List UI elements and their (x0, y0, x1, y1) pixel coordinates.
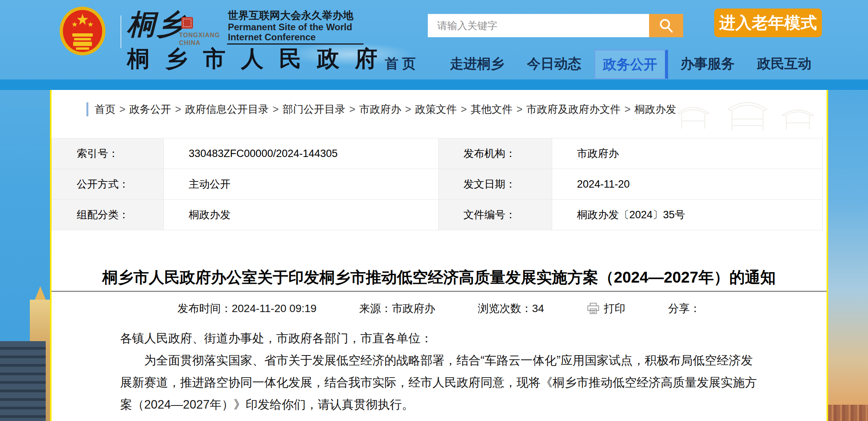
breadcrumb-separator: > (624, 104, 630, 116)
share-label: 分享： (668, 301, 701, 316)
nav-item-today-news[interactable]: 今日动态 (527, 50, 581, 78)
article-body: 各镇人民政府、街道办事处，市政府各部门，市直各单位： 为全面贯彻落实国家、省市关… (120, 327, 763, 416)
publish-time: 发布时间： 2024-11-20 09:19 (177, 301, 317, 316)
breadcrumb-policy-docs[interactable]: 政策文件 (415, 102, 457, 116)
national-emblem-logo (59, 6, 106, 56)
seal-caption-tongxiang: TONGXIANG (179, 32, 220, 39)
breadcrumb-tongzhengbanfa[interactable]: 桐政办发 (634, 102, 676, 116)
slogan-chinese: 世界互联网大会永久举办地 (228, 9, 353, 22)
breadcrumb-info-catalog[interactable]: 政府信息公开目录 (185, 102, 269, 116)
info-label-category: 组配分类： (52, 200, 164, 230)
table-row: 公开方式： 主动公开 发文日期： 2024-11-20 (52, 169, 823, 200)
city-skyline (828, 405, 868, 421)
header-bottom-band (0, 79, 868, 90)
nav-item-government-affairs[interactable]: 政务公开 (594, 50, 668, 79)
source-value: 市政府办 (392, 301, 435, 316)
title-divider (52, 291, 827, 292)
body-paragraph: 为全面贯彻落实国家、省市关于发展低空经济的战略部署，结合“车路云一体化”应用国家… (120, 349, 763, 416)
publish-time-value: 2024-11-20 09:19 (232, 302, 317, 315)
nav-item-services[interactable]: 办事服务 (680, 50, 735, 78)
nav-item-about-tongxiang[interactable]: 走进桐乡 (450, 50, 504, 78)
breadcrumb-accent-bar (86, 102, 88, 116)
breadcrumb-separator: > (461, 104, 467, 116)
breadcrumb: 首页 > 政务公开 > 政府信息公开目录 > 部门公开目录 > 市政府办 > 政… (86, 101, 676, 118)
info-value-issuing-agency: 市政府办 (552, 138, 823, 169)
info-label-index-no: 索引号： (52, 138, 164, 169)
breadcrumb-gov-office-docs[interactable]: 市政府及政府办文件 (526, 102, 620, 116)
printer-icon (587, 302, 600, 315)
seal-icon (181, 17, 193, 29)
salutation-paragraph: 各镇人民政府、街道办事处，市政府各部门，市直各单位： (120, 327, 763, 349)
breadcrumb-city-gov-office[interactable]: 市政府办 (359, 102, 401, 116)
print-button[interactable]: 打印 (587, 301, 625, 316)
breadcrumb-dept-catalog[interactable]: 部门公开目录 (282, 102, 345, 116)
search-button[interactable] (649, 14, 683, 37)
table-row: 索引号： 330483ZFC00000/2024-144305 发布机构： 市政… (52, 138, 823, 169)
article-title: 桐乡市人民政府办公室关于印发桐乡市推动低空经济高质量发展实施方案（2024—20… (59, 266, 819, 288)
publish-time-label: 发布时间： (177, 301, 232, 316)
search-box (428, 14, 683, 37)
nav-item-interaction[interactable]: 政民互动 (757, 50, 811, 78)
breadcrumb-separator: > (175, 104, 181, 116)
slogan-english-line1: Permanent Site of the World (228, 22, 352, 33)
content-card: 首页 > 政务公开 > 政府信息公开目录 > 部门公开目录 > 市政府办 > 政… (52, 90, 827, 421)
info-value-disclosure-method: 主动公开 (164, 169, 439, 200)
architecture-watermark (670, 90, 825, 133)
view-count-value: 34 (532, 302, 544, 315)
page: 桐乡 TONGXIANG CHINA 世界互联网大会永久举办地 Permanen… (0, 0, 868, 421)
info-value-issue-date: 2024-11-20 (552, 169, 823, 200)
logo-divider (121, 16, 121, 48)
site-title: 桐乡市人民政府 (127, 47, 393, 70)
info-value-category: 桐政办发 (164, 200, 439, 230)
share[interactable]: 分享： (668, 301, 701, 316)
nav-item-home[interactable]: 首 页 (385, 50, 416, 78)
info-label-issuing-agency: 发布机构： (439, 138, 552, 169)
breadcrumb-separator: > (119, 104, 126, 116)
source-label: 来源： (359, 301, 392, 316)
gold-tower-spire (34, 286, 46, 302)
info-value-document-number: 桐政办发〔2024〕35号 (552, 200, 823, 230)
table-row: 组配分类： 桐政办发 文件编号： 桐政办发〔2024〕35号 (52, 200, 823, 230)
breadcrumb-gov-affairs[interactable]: 政务公开 (129, 102, 171, 116)
tongxiang-calligraphy-logo: 桐乡 (127, 10, 186, 38)
slogan-english-line2: Internet Conference (228, 32, 316, 43)
breadcrumb-separator: > (517, 104, 523, 116)
article-meta-row: 发布时间： 2024-11-20 09:19 来源： 市政府办 浏览次数： 34 (52, 297, 827, 320)
search-icon (658, 17, 674, 34)
site-header: 桐乡 TONGXIANG CHINA 世界互联网大会永久举办地 Permanen… (0, 0, 868, 79)
breadcrumb-home[interactable]: 首页 (95, 102, 115, 116)
info-label-document-number: 文件编号： (439, 200, 552, 230)
breadcrumb-other-docs[interactable]: 其他文件 (471, 102, 513, 116)
search-input[interactable] (428, 14, 649, 37)
skyscraper (0, 341, 46, 421)
breadcrumb-separator: > (273, 104, 279, 116)
source: 来源： 市政府办 (359, 301, 435, 316)
info-label-disclosure-method: 公开方式： (52, 169, 164, 200)
info-value-index-no: 330483ZFC00000/2024-144305 (164, 138, 439, 169)
elder-mode-button[interactable]: 进入老年模式 (714, 9, 822, 37)
slogan-underline (227, 43, 363, 45)
info-label-issue-date: 发文日期： (439, 169, 552, 200)
breadcrumb-separator: > (349, 104, 355, 116)
breadcrumb-separator: > (405, 104, 411, 116)
document-info-table: 索引号： 330483ZFC00000/2024-144305 发布机构： 市政… (52, 138, 823, 230)
right-background-photo (828, 79, 868, 421)
view-count-label: 浏览次数： (478, 301, 532, 316)
view-count: 浏览次数： 34 (478, 301, 544, 316)
print-label: 打印 (604, 301, 625, 316)
